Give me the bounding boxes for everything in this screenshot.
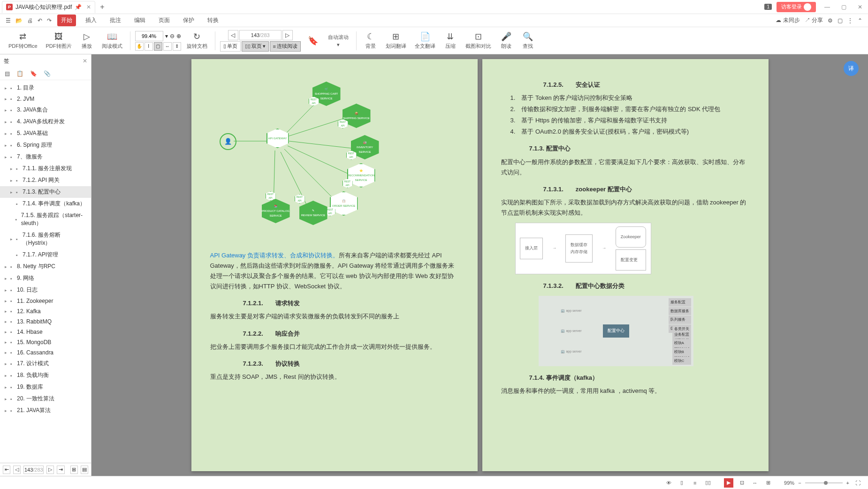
page-next-button[interactable]: ▷	[282, 30, 293, 40]
zoom-input[interactable]	[135, 31, 163, 41]
sidebar-tab-attachment-icon[interactable]: 📎	[43, 69, 52, 78]
play-button[interactable]: ▷播放	[77, 30, 96, 51]
minimize-button[interactable]: —	[821, 2, 834, 12]
outline-item[interactable]: ▸▪1. 目录	[0, 82, 91, 94]
outline-item[interactable]: ▸▪3. JAVA集合	[0, 104, 91, 116]
double-page-button[interactable]: ▯▯ 双页▾	[242, 41, 269, 52]
redo-icon[interactable]: ↷	[47, 17, 52, 24]
tab-annotate[interactable]: 批注	[106, 15, 125, 26]
eye-mode-icon[interactable]: 👁	[664, 478, 673, 488]
document-viewport[interactable]: 👤 API GATEWAY 🛒SHOPPING CART SERVICE RES…	[91, 54, 868, 476]
outline-item[interactable]: ▸▪15. MongoDB	[0, 337, 91, 347]
zoom-in-icon[interactable]: ⊕	[176, 33, 181, 39]
page-last-button[interactable]: ⇥	[57, 466, 64, 474]
full-translate-button[interactable]: 📄全文翻译	[412, 30, 438, 51]
tab-protect[interactable]: 保护	[179, 15, 198, 26]
outline-item[interactable]: ▸▪6. Spring 原理	[0, 139, 91, 151]
outline-item[interactable]: ▸▪17. 设计模式	[0, 358, 91, 369]
page-first-button[interactable]: ⇤	[3, 466, 10, 474]
fit-icon-2[interactable]: ↔	[750, 478, 760, 488]
page-input-footer[interactable]: 143/283	[23, 466, 44, 474]
page-next-button-footer[interactable]: ▷	[46, 466, 54, 474]
zoom-out-icon[interactable]: ⊖	[170, 33, 175, 39]
continuous-button[interactable]: ≡ 连续阅读	[270, 41, 301, 52]
expand-all-button[interactable]: ⊞	[70, 466, 78, 474]
read-aloud-button[interactable]: 🎤朗读	[497, 30, 516, 51]
share-button[interactable]: ↗ 分享	[805, 16, 823, 24]
outline-item[interactable]: ▸▪5. JAVA基础	[0, 128, 91, 139]
sidebar-tab-outline-icon[interactable]: 📋	[15, 69, 24, 78]
fit-icon-1[interactable]: ⊡	[737, 478, 746, 488]
maximize-button[interactable]: ▢	[838, 2, 850, 12]
outline-item[interactable]: ▸▪11. Zookeeper	[0, 296, 91, 306]
bookmark-nav-button[interactable]: 🔖	[304, 35, 322, 47]
view-double-icon[interactable]: ▯▯	[703, 478, 713, 488]
outline-item[interactable]: ▪7.1.7. API管理	[0, 249, 91, 261]
fit-icon-3[interactable]: ⊞	[763, 478, 773, 488]
view-continuous-icon[interactable]: ≡	[690, 478, 700, 488]
outline-item[interactable]: ▸▪21. JAVA算法	[0, 405, 91, 416]
zoom-in-button[interactable]: +	[846, 480, 849, 486]
tab-convert[interactable]: 转换	[204, 15, 222, 26]
pin-icon[interactable]: 📌	[75, 4, 82, 10]
crop-compare-button[interactable]: ⊡截图和对比	[463, 30, 494, 51]
outline-item[interactable]: ▸▪19. 数据库	[0, 381, 91, 393]
outline-item[interactable]: ▸▪18. 负载均衡	[0, 369, 91, 381]
tab-add-button[interactable]: +	[95, 3, 109, 11]
page-prev-button-footer[interactable]: ◁	[13, 466, 21, 474]
single-page-button[interactable]: ▯ 单页	[220, 41, 241, 52]
outline-item[interactable]: ▸▪9. 网络	[0, 272, 91, 284]
menu-icon[interactable]: ☰	[6, 17, 11, 24]
tab-close-icon[interactable]: ✕	[86, 4, 91, 10]
zoom-slider[interactable]	[805, 482, 843, 483]
sync-status[interactable]: ☁ 未同步	[776, 16, 799, 24]
find-button[interactable]: 🔍查找	[518, 30, 537, 51]
page-input[interactable]: 143/283	[239, 30, 282, 40]
collapse-icon[interactable]: ⌃	[858, 17, 862, 24]
fit-width-button[interactable]: ↔	[163, 42, 172, 51]
rotate-button[interactable]: ↻旋转文档	[184, 30, 210, 51]
notification-badge[interactable]: 1	[764, 4, 772, 10]
outline-item[interactable]: ▸▪7.1.3. 配置中心	[0, 186, 91, 198]
tab-edit[interactable]: 编辑	[130, 15, 149, 26]
select-tool-button[interactable]: I	[145, 42, 153, 51]
zoom-out-button[interactable]: −	[798, 480, 801, 486]
area-tool-button[interactable]: ▢	[154, 42, 162, 51]
outline-item[interactable]: ▸▪10. 日志	[0, 284, 91, 296]
open-icon[interactable]: 📂	[15, 17, 23, 24]
hand-tool-button[interactable]: ✋	[135, 42, 144, 51]
fit-page-button[interactable]: ⇕	[173, 42, 181, 51]
sidebar-close-icon[interactable]: ✕	[83, 58, 87, 64]
feedback-icon[interactable]: ▢	[838, 17, 843, 24]
page-prev-button[interactable]: ◁	[228, 30, 238, 40]
more-icon[interactable]: ⋮	[847, 17, 853, 24]
outline-item[interactable]: ▸▪7.1.2. API 网关	[0, 174, 91, 186]
tab-page[interactable]: 页面	[155, 15, 174, 26]
sidebar-tab-thumbnail-icon[interactable]: ▤	[4, 69, 11, 78]
auto-scroll-button[interactable]: 自动滚动▾	[325, 33, 351, 49]
outline-item[interactable]: ▸▪14. Hbase	[0, 327, 91, 337]
background-button[interactable]: ☾背景	[361, 30, 380, 51]
dropdown-icon[interactable]: ▾	[165, 33, 168, 39]
tab-start[interactable]: 开始	[57, 15, 76, 26]
outline-item[interactable]: ▸▪7.1.6. 服务熔断（Hystrix）	[0, 229, 91, 249]
undo-icon[interactable]: ↶	[38, 17, 42, 24]
outline-item[interactable]: ▪7.1.4. 事件调度（kafka）	[0, 198, 91, 210]
outline-item[interactable]: ▸▪12. Kafka	[0, 306, 91, 316]
collapse-all-button[interactable]: ▤	[81, 466, 88, 474]
guest-login-button[interactable]: 访客登录	[777, 2, 816, 12]
settings-icon[interactable]: ⚙	[828, 17, 833, 24]
pdf-to-image-button[interactable]: 🖼PDF转图片	[43, 30, 75, 51]
compress-button[interactable]: ⇊压缩	[441, 30, 460, 51]
outline-item[interactable]: ▸▪7.1.1. 服务注册发现	[0, 163, 91, 174]
word-translate-button[interactable]: ⊞划词翻译	[383, 30, 409, 51]
fullscreen-icon[interactable]: ⛶	[853, 478, 862, 488]
outline-item[interactable]: ▸▪7、微服务	[0, 151, 91, 163]
slideshow-icon[interactable]: ▶	[724, 478, 733, 488]
outline-item[interactable]: ▸▪8. Netty 与RPC	[0, 261, 91, 272]
translate-float-button[interactable]: 译	[844, 61, 859, 76]
outline-item[interactable]: ▸▪13. RabbitMQ	[0, 316, 91, 327]
read-mode-button[interactable]: 📖阅读模式	[99, 30, 125, 51]
close-button[interactable]: ✕	[854, 2, 866, 12]
sidebar-tab-bookmark-icon[interactable]: 🔖	[29, 69, 38, 78]
